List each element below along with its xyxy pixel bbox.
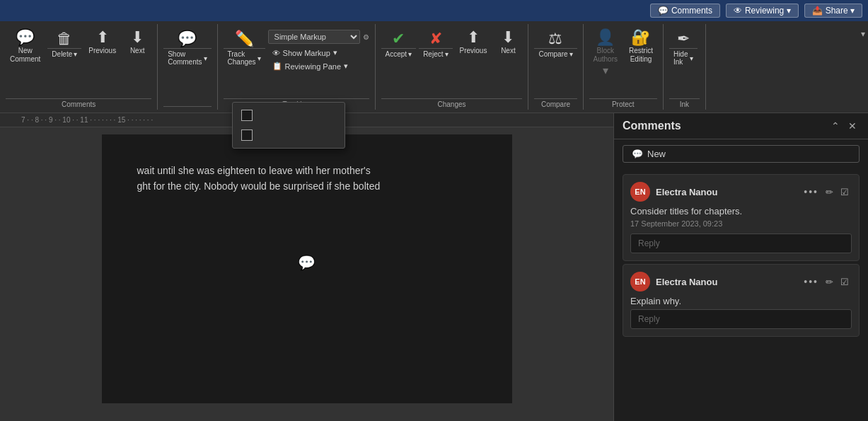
show-comments-label (163, 106, 211, 110)
next-change-button[interactable]: ⬇ Next (494, 27, 522, 58)
compare-group: ⚖ Compare ▾ Compare (528, 24, 583, 110)
track-changes-button[interactable]: ✏️ TrackChanges ▾ (224, 27, 265, 67)
comments-group-label: Comments (6, 98, 151, 110)
compare-arrow: ▾ (569, 50, 573, 58)
ribbon-body: 💬 NewComment 🗑 Delete ▾ ⬆ Previous (0, 21, 868, 113)
new-comment-panel-button[interactable]: 💬 New (623, 145, 860, 163)
comment-balloon-icon[interactable]: 💬 (298, 251, 316, 274)
compare-icon: ⚖ (548, 30, 562, 48)
comment-username-1: Electra Nanou (656, 187, 717, 197)
comment-icon: 💬 (658, 6, 669, 16)
edit-icon-2: ✏ (826, 277, 833, 287)
ribbon-expand[interactable]: ▾ (858, 24, 868, 110)
reject-button[interactable]: ✘ Reject ▾ (419, 27, 452, 59)
restrict-editing-icon: 🔐 (631, 30, 650, 45)
comment-resolve-button-1[interactable]: ☑ (838, 185, 852, 199)
show-comments-button[interactable]: 💬 ShowComments ▾ (163, 27, 211, 67)
resolve-icon-1: ☑ (840, 187, 849, 197)
comment-actions-1: ••• ✏ ☑ (801, 185, 852, 199)
block-authors-button[interactable]: 👤 BlockAuthors ▾ (589, 27, 622, 80)
hide-ink-button[interactable]: ✒ HideInk ▾ (669, 27, 698, 67)
comment-text-1: Consider titles for chapters. (630, 206, 852, 217)
show-comments-arrow: ▾ (204, 54, 207, 62)
delete-arrow-icon: ▾ (74, 50, 77, 58)
ink-group: ✒ HideInk ▾ Ink (664, 24, 706, 110)
ribbon: 💬 Comments 👁 Reviewing ▾ 📤 Share ▾ 💬 New… (0, 0, 868, 113)
comment-edit-button-2[interactable]: ✏ (823, 275, 836, 289)
hide-ink-icon: ✒ (677, 30, 690, 48)
next-comment-button[interactable]: ⬇ Next (123, 27, 151, 58)
show-markup-icon: 👁 (272, 49, 280, 57)
block-authors-icon: 👤 (596, 30, 615, 45)
new-comment-button[interactable]: 💬 NewComment (6, 27, 45, 67)
comments-collapse-button[interactable]: ⌃ (828, 119, 843, 133)
reply-input-1[interactable]: Reply (630, 233, 852, 253)
comment-user-row-2: EN Electra Nanou ••• ✏ ☑ (630, 272, 852, 292)
markup-settings-icon: ⚙ (363, 33, 369, 41)
delete-icon: 🗑 (57, 30, 72, 48)
comments-group: 💬 NewComment 🗑 Delete ▾ ⬆ Previous (0, 24, 158, 110)
ink-group-label: Ink (669, 98, 700, 110)
protect-group: 👤 BlockAuthors ▾ 🔐 RestrictEditing Prote… (584, 24, 664, 110)
next-change-icon: ⬇ (502, 30, 514, 45)
reply-input-2[interactable]: Reply (630, 309, 852, 329)
comment-resolve-button-2[interactable]: ☑ (838, 275, 852, 289)
accept-icon: ✔ (392, 30, 405, 48)
dropdown-list[interactable] (233, 125, 345, 145)
comment-more-button-1[interactable]: ••• (801, 185, 821, 199)
previous-comment-icon: ⬆ (96, 30, 109, 45)
accept-button[interactable]: ✔ Accept ▾ (381, 27, 417, 59)
doc-line-1: wait until she was eighteen to leave wit… (137, 163, 477, 178)
compare-button[interactable]: ⚖ Compare ▾ (534, 27, 577, 59)
reviewing-pane-button[interactable]: 📋 Reviewing Pane ▾ (268, 60, 369, 72)
new-comment-icon: 💬 (16, 30, 35, 45)
accept-arrow: ▾ (408, 50, 412, 58)
comments-top-button[interactable]: 💬 Comments (650, 4, 720, 18)
comments-list: EN Electra Nanou ••• ✏ ☑ (614, 168, 868, 421)
comment-more-button-2[interactable]: ••• (801, 275, 821, 289)
changes-group: ✔ Accept ▾ ✘ Reject ▾ (376, 24, 529, 110)
changes-group-label: Changes (381, 98, 523, 110)
show-markup-arrow: ▾ (333, 48, 337, 57)
resolve-icon-2: ☑ (840, 277, 849, 287)
edit-icon-1: ✏ (826, 187, 833, 197)
compare-group-label: Compare (534, 98, 577, 110)
next-comment-icon: ⬇ (131, 30, 144, 45)
comment-username-2: Electra Nanou (656, 277, 717, 287)
comments-panel-title: Comments (623, 120, 681, 132)
reject-arrow: ▾ (445, 50, 449, 58)
reject-icon: ✘ (429, 30, 442, 48)
share-icon: 📤 (812, 6, 823, 16)
ribbon-top-bar: 💬 Comments 👁 Reviewing ▾ 📤 Share ▾ (0, 0, 868, 21)
more-icon-2: ••• (804, 276, 818, 287)
comment-date-1: 17 September 2023, 09:23 (630, 219, 852, 228)
doc-line-2: ght for the city. Nobody would be surpri… (137, 178, 477, 194)
share-top-button[interactable]: 📤 Share ▾ (804, 4, 862, 18)
comment-card-2: EN Electra Nanou ••• ✏ ☑ (623, 264, 860, 337)
new-comment-panel-icon: 💬 (632, 149, 643, 159)
track-changes-arrow: ▾ (257, 54, 261, 62)
comments-header-actions: ⌃ ✕ (828, 119, 860, 133)
track-changes-dropdown (232, 102, 345, 149)
reviewing-pane-arrow: ▾ (344, 62, 348, 71)
markup-select[interactable]: Simple Markup All Markup No Markup Origi… (268, 30, 360, 44)
comment-edit-button-1[interactable]: ✏ (823, 185, 836, 199)
main-area: 7 · · 8 · · 9 · · 10 · · 11 · · · · · · … (0, 113, 868, 421)
delete-comment-button[interactable]: 🗑 Delete ▾ (47, 27, 81, 59)
previous-comment-button[interactable]: ⬆ Previous (84, 27, 120, 58)
avatar-2: EN (630, 272, 650, 292)
restrict-editing-button[interactable]: 🔐 RestrictEditing (625, 27, 657, 67)
more-icon-1: ••• (804, 186, 818, 197)
document-page: wait until she was eighteen to leave wit… (102, 134, 512, 403)
comments-panel: Comments ⌃ ✕ 💬 New EN Electra Nanou (613, 113, 868, 421)
comment-actions-2: ••• ✏ ☑ (801, 275, 852, 289)
show-markup-button[interactable]: 👁 Show Markup ▾ (268, 47, 369, 59)
comments-close-button[interactable]: ✕ (845, 119, 860, 133)
hide-ink-arrow: ▾ (690, 54, 693, 62)
dropdown-contextual[interactable] (233, 105, 345, 125)
reply-placeholder-1: Reply (638, 238, 660, 248)
reviewing-top-button[interactable]: 👁 Reviewing ▾ (726, 4, 799, 18)
previous-change-button[interactable]: ⬆ Previous (456, 27, 492, 58)
list-check (241, 129, 253, 141)
track-changes-icon: ✏️ (235, 30, 254, 48)
